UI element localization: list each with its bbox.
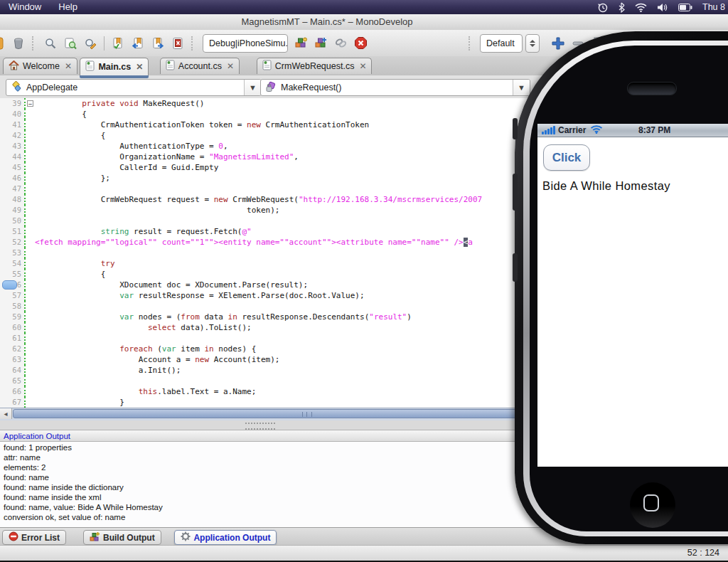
code-text: private void MakeRequest() [35,98,204,109]
link-button[interactable] [332,35,349,52]
stop-button[interactable] [352,35,369,52]
tab-welcome[interactable]: Welcome✕ [3,58,77,74]
previous-bookmark-button[interactable] [129,35,146,52]
menu-window[interactable]: Window [0,1,50,12]
tab-main-cs[interactable]: Main.cs✕ [80,58,149,75]
code-text: OrganizationName = "MagnetismLimited", [35,152,299,162]
search-button[interactable] [42,35,59,52]
fold-margin [24,269,35,280]
bluetooth-icon[interactable] [618,2,625,13]
phone-screen: Carrier 8:37 PM Click Bide A While Homes… [537,124,728,467]
volume-icon[interactable] [657,3,668,12]
scrollbar-grip [302,412,312,417]
scroll-left-arrow[interactable]: ◂ [0,408,12,419]
dock-tab-error-list[interactable]: Error List [2,530,66,545]
clear-bookmarks-button[interactable] [169,35,186,52]
fold-margin [24,344,35,354]
fold-margin [24,162,35,173]
file-icon [85,60,95,73]
volume-up-button[interactable] [513,174,518,211]
line-number: 64 [0,365,24,376]
line-marker[interactable] [2,280,17,290]
line-number: 63 [0,354,24,365]
policy-value: Default [481,38,520,48]
type-dropdown[interactable]: AppDelegate ▼ [6,79,262,96]
tab-label: Account.cs [178,61,222,71]
fold-margin [24,184,35,194]
tab-label: CrmWebRequest.cs [275,61,355,71]
add-files-button[interactable] [312,35,329,52]
class-icon [11,81,22,95]
splitter-handle[interactable] [245,423,275,430]
iphone-simulator: Carrier 8:37 PM Click Bide A While Homes… [515,31,728,544]
dock-tab-application-output[interactable]: Application Output [174,530,277,545]
member-dropdown-value: MakeRequest() [281,83,341,92]
close-icon[interactable]: ✕ [359,61,366,71]
phone-status-bar: Carrier 8:37 PM [537,124,728,137]
configuration-value: Debug|iPhoneSimu... [203,38,288,48]
file-icon [166,60,175,73]
next-bookmark-button[interactable] [149,35,166,52]
line-number: 46 [0,173,24,184]
error-icon [9,531,18,544]
policy-stepper[interactable] [525,34,540,53]
time-machine-icon[interactable] [597,2,608,13]
line-number: 53 [0,248,24,258]
screen: WindowHelp Thu 8 MagnetismMT – Main.cs* … [0,0,728,562]
replace-button[interactable] [82,35,99,52]
fold-margin [24,216,35,226]
line-number: 48 [0,194,24,205]
line-number: 43 [0,141,24,152]
line-number: 41 [0,120,24,130]
line-number: 42 [0,130,24,141]
fold-collapse-icon[interactable]: − [27,100,33,107]
build-icon [90,531,100,544]
window-titlebar[interactable]: MagnetismMT – Main.cs* – MonoDevelop [0,14,728,31]
dock-tab-build-output[interactable]: Build Output [83,530,161,545]
configuration-dropdown[interactable]: Debug|iPhoneSimu... [203,34,288,53]
code-text: { [35,269,105,280]
gear-icon [181,531,191,544]
delete-button[interactable] [10,35,27,52]
line-number: 65 [0,376,24,386]
menubar-clock[interactable]: Thu 8 [702,2,725,12]
close-icon[interactable]: ✕ [227,61,234,71]
tab-crmwebrequest-cs[interactable]: CrmWebRequest.cs✕ [257,58,373,74]
status-bar: 52 : 124 [0,545,728,561]
battery-icon[interactable] [678,4,692,11]
menu-help[interactable]: Help [50,1,86,12]
policy-dropdown[interactable]: Default [480,34,523,53]
zoom-in-button[interactable] [550,35,567,52]
fold-margin [24,290,35,301]
line-number: 54 [0,258,24,269]
line-number: 39 [0,98,24,109]
silent-switch[interactable] [513,118,518,139]
member-dropdown[interactable]: MakeRequest() ▼ [260,79,530,96]
wifi-icon[interactable] [635,3,647,12]
fold-margin [24,205,35,216]
toggle-bookmark-button[interactable] [109,35,127,52]
code-text: XDocument doc = XDocument.Parse(result); [35,280,308,290]
code-text: try [35,258,115,269]
close-icon[interactable]: ✕ [65,61,72,71]
line-number: 58 [0,301,24,312]
search-in-files-button[interactable] [62,35,79,52]
fold-margin [24,354,35,365]
home-button[interactable] [630,482,675,528]
fold-margin [24,141,35,152]
upload-to-device-button[interactable] [292,35,309,52]
window-title: MagnetismMT – Main.cs* – MonoDevelop [0,16,654,27]
fold-margin [24,226,35,237]
code-text: var resultResponse = XElement.Parse(doc.… [35,290,365,301]
method-icon [265,81,277,95]
fold-margin [24,312,35,322]
close-icon[interactable]: ✕ [136,62,143,72]
fold-margin [24,194,35,205]
macos-menubar: WindowHelp Thu 8 [0,0,728,14]
line-number: 59 [0,312,24,322]
tab-account-cs[interactable]: Account.cs✕ [160,58,240,74]
click-button[interactable]: Click [543,144,590,171]
fold-margin [24,386,35,397]
volume-down-button[interactable] [513,253,518,282]
home-button-square-icon [643,494,659,511]
